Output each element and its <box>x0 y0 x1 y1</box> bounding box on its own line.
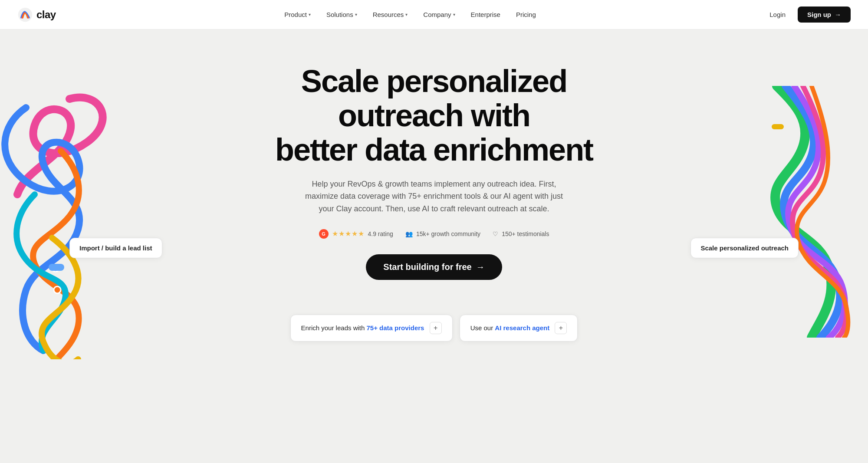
nav-links: Product ▾ Solutions ▾ Resources ▾ Compan… <box>277 7 543 22</box>
company-chevron-icon: ▾ <box>453 12 455 17</box>
hero-title: Scale personalized outreach with better … <box>247 64 621 167</box>
ai-expand-button[interactable]: + <box>555 322 567 334</box>
ai-prefix: Use our <box>470 324 495 332</box>
enrich-expand-button[interactable]: + <box>430 322 442 334</box>
logo-text: clay <box>36 9 56 21</box>
nav-pricing[interactable]: Pricing <box>509 7 543 22</box>
cta-arrow-icon: → <box>476 262 485 272</box>
cta-button[interactable]: Start building for free → <box>366 254 502 280</box>
logo-link[interactable]: clay <box>17 7 56 23</box>
nav-company[interactable]: Company ▾ <box>416 7 462 22</box>
nav-actions: Login Sign up → <box>764 7 851 23</box>
community-text: 15k+ growth community <box>416 230 480 237</box>
signup-button[interactable]: Sign up → <box>798 7 851 23</box>
import-lead-card: Import / build a lead list <box>69 238 162 258</box>
enrich-prefix: Enrich your leads with <box>301 324 367 332</box>
login-button[interactable]: Login <box>764 7 791 22</box>
star-rating-icons: ★★★★★ <box>332 230 365 238</box>
product-chevron-icon: ▾ <box>309 12 311 17</box>
svg-rect-4 <box>772 124 784 129</box>
nav-solutions[interactable]: Solutions ▾ <box>319 7 364 22</box>
cta-label: Start building for free <box>383 262 471 272</box>
signup-arrow-icon: → <box>835 11 841 18</box>
resources-chevron-icon: ▾ <box>405 12 408 17</box>
ai-link[interactable]: AI research agent <box>495 324 549 332</box>
community-icon: 👥 <box>405 230 413 237</box>
hero-section: Import / build a lead list Scale persona… <box>0 30 868 420</box>
solutions-chevron-icon: ▾ <box>355 12 357 17</box>
rating-text: 4.9 rating <box>368 230 393 237</box>
enrich-leads-card[interactable]: Enrich your leads with 75+ data provider… <box>290 315 453 342</box>
community-badge: 👥 15k+ growth community <box>405 230 480 237</box>
heart-icon: ♡ <box>493 230 498 237</box>
nav-product[interactable]: Product ▾ <box>277 7 318 22</box>
feature-cards-row: Enrich your leads with 75+ data provider… <box>9 315 859 342</box>
nav-enterprise[interactable]: Enterprise <box>464 7 507 22</box>
enrich-link[interactable]: 75+ data providers <box>366 324 424 332</box>
g2-rating: G ★★★★★ 4.9 rating <box>319 229 393 239</box>
hero-subtitle: Help your RevOps & growth teams implemen… <box>304 178 564 215</box>
social-proof-row: G ★★★★★ 4.9 rating 👥 15k+ growth communi… <box>9 229 859 239</box>
clay-logo-icon <box>17 7 33 23</box>
scale-outreach-card: Scale personalized outreach <box>690 238 799 258</box>
ai-agent-card[interactable]: Use our AI research agent + <box>460 315 578 342</box>
svg-point-0 <box>18 7 32 21</box>
testimonials-text: 150+ testimonials <box>502 230 549 237</box>
nav-resources[interactable]: Resources ▾ <box>366 7 415 22</box>
navigation: clay Product ▾ Solutions ▾ Resources ▾ C… <box>0 0 868 30</box>
testimonials-badge: ♡ 150+ testimonials <box>493 230 549 237</box>
g2-icon: G <box>319 229 329 239</box>
